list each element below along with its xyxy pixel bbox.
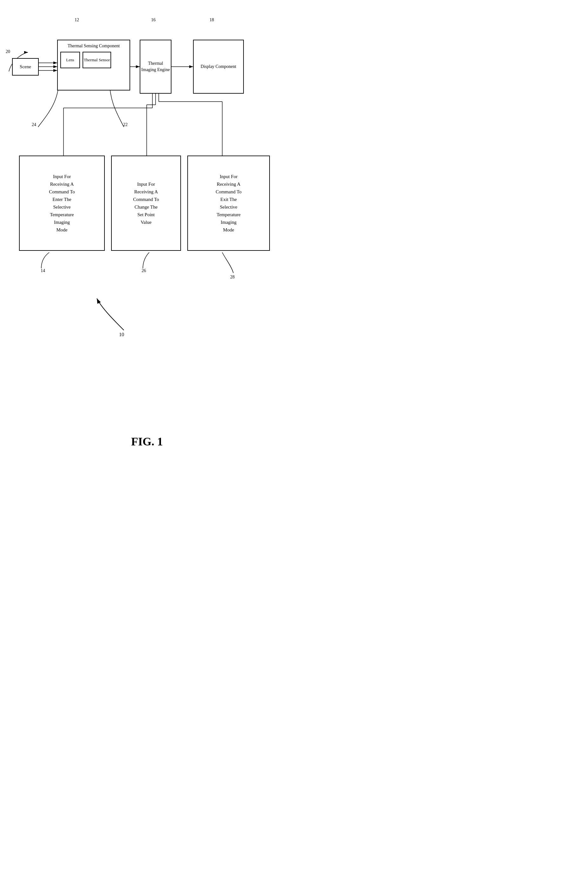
thermal-sensing-label: Thermal Sensing Component — [58, 43, 130, 49]
label-12: 12 — [75, 17, 79, 23]
input-change-box: Input For Receiving A Command To Change … — [111, 156, 181, 251]
curve-14 — [40, 251, 59, 270]
thermal-sensor-box: Thermal Sensor — [83, 52, 111, 68]
curve-28 — [216, 251, 241, 276]
scene-box: Scene — [12, 58, 39, 76]
label-28: 28 — [230, 275, 234, 280]
label-10: 10 — [119, 332, 124, 337]
input-exit-box: Input For Receiving A Command To Exit Th… — [187, 156, 270, 251]
arrow-10 — [92, 295, 130, 333]
label-22: 22 — [123, 122, 128, 127]
lens-box: Lens — [60, 52, 80, 68]
thermal-imaging-engine-box: Thermal Imaging Engine — [140, 40, 171, 94]
diagram: 20 Scene 12 Thermal Sensing Component Le… — [0, 0, 294, 429]
label-16: 16 — [151, 17, 156, 23]
input-enter-box: Input For Receiving A Command To Enter T… — [19, 156, 105, 251]
label-14: 14 — [41, 268, 45, 273]
figure-title: FIG. 1 — [0, 435, 294, 458]
label-26: 26 — [142, 268, 146, 273]
thermal-sensing-component-box: Thermal Sensing Component Lens Thermal S… — [57, 40, 130, 91]
display-component-box: Display Component — [193, 40, 244, 94]
label-18: 18 — [210, 17, 214, 23]
curve-26 — [140, 251, 159, 270]
label-24: 24 — [32, 122, 36, 127]
